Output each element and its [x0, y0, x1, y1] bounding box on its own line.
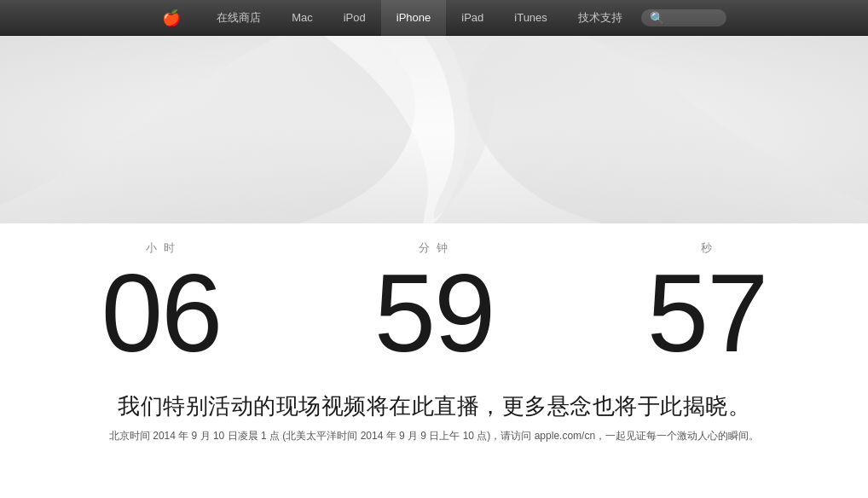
countdown-section: 小 时 06 分 钟 59 秒 57 [0, 223, 868, 377]
nav-item-mac[interactable]: Mac [276, 0, 328, 36]
minutes-value: 59 [374, 258, 495, 368]
nav-item-itunes[interactable]: iTunes [499, 0, 563, 36]
main-heading: 我们特别活动的现场视频将在此直播，更多悬念也将于此揭晓。 [34, 391, 834, 421]
nav-item-iphone[interactable]: iPhone [381, 0, 446, 36]
navigation: 🍎 在线商店 Mac iPod iPhone iPad iTunes 技术支持 … [0, 0, 868, 36]
hours-value: 06 [101, 258, 222, 368]
hero-banner [0, 36, 868, 223]
main-text-section: 我们特别活动的现场视频将在此直播，更多悬念也将于此揭晓。 北京时间 2014 年… [0, 377, 868, 454]
search-box[interactable]: 🔍 [641, 9, 726, 26]
nav-item-store[interactable]: 在线商店 [201, 0, 276, 36]
apple-logo[interactable]: 🍎 [142, 0, 201, 36]
hours-unit: 小 时 06 [25, 240, 298, 368]
seconds-unit: 秒 57 [570, 240, 843, 368]
nav-item-ipod[interactable]: iPod [328, 0, 381, 36]
nav-item-ipad[interactable]: iPad [446, 0, 499, 36]
search-icon: 🔍 [650, 11, 664, 25]
countdown-row: 小 时 06 分 钟 59 秒 57 [0, 240, 868, 368]
nav-item-support[interactable]: 技术支持 [563, 0, 638, 36]
minutes-unit: 分 钟 59 [298, 240, 570, 368]
sub-text: 北京时间 2014 年 9 月 10 日凌晨 1 点 (北美太平洋时间 2014… [34, 428, 834, 444]
hero-ribbon-graphic [0, 36, 868, 223]
seconds-value: 57 [647, 258, 767, 368]
